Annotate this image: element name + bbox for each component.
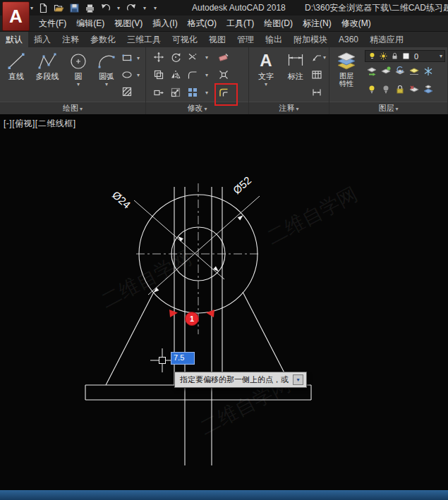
erase-tool-button[interactable] bbox=[217, 50, 231, 64]
layer-isolate-button[interactable] bbox=[407, 64, 421, 78]
polyline-tool-button[interactable]: 多段线 bbox=[31, 49, 63, 81]
quick-access-toolbar: ▾ ▾ ▾ bbox=[38, 0, 158, 16]
ellipse-tool-button[interactable] bbox=[120, 68, 134, 82]
stretch-tool-button[interactable] bbox=[152, 85, 166, 99]
tab-manage[interactable]: 管理 bbox=[231, 32, 260, 47]
menu-file[interactable]: 文件(F) bbox=[34, 16, 71, 31]
panel-label-draw[interactable]: 绘图▾ bbox=[0, 102, 145, 114]
panel-layers-title: 图层 bbox=[378, 104, 394, 112]
table-tool-button[interactable] bbox=[310, 68, 324, 82]
tab-insert[interactable]: 插入 bbox=[28, 32, 56, 47]
line-tool-button[interactable]: 直线 bbox=[3, 49, 30, 81]
text-tool-button[interactable]: A 文字 ▾ bbox=[252, 49, 280, 87]
array-flyout-caret-icon[interactable]: ▾ bbox=[202, 85, 211, 99]
title-bar: ▾ ▾ ▾ Autodesk AutoCAD 2018 D:\360安全浏览器下… bbox=[0, 0, 448, 16]
arc-tool-button[interactable]: 圆弧 ▾ bbox=[93, 49, 120, 87]
scale-tool-button[interactable] bbox=[169, 85, 183, 99]
watermark: 二维自学网 二维自学网 二维自学网 bbox=[97, 183, 361, 439]
rectangle-flyout-caret-icon[interactable]: ▾ bbox=[134, 51, 143, 65]
fillet-flyout-caret-icon[interactable]: ▾ bbox=[202, 68, 211, 82]
panel-label-layers[interactable]: 图层▾ bbox=[329, 102, 447, 114]
layer-bulb-icon[interactable] bbox=[368, 51, 377, 61]
svg-text:二维自学网: 二维自学网 bbox=[263, 183, 361, 248]
menu-format[interactable]: 格式(O) bbox=[183, 16, 222, 31]
drawing-canvas[interactable]: 二维自学网 二维自学网 二维自学网 bbox=[0, 114, 448, 490]
layer-previous-button[interactable] bbox=[393, 64, 407, 78]
centerlines bbox=[136, 183, 261, 334]
undo-icon[interactable] bbox=[100, 3, 111, 13]
layer-select-combo[interactable]: 0 ▾ bbox=[365, 50, 445, 62]
tab-a360[interactable]: A360 bbox=[333, 32, 364, 47]
tab-addins[interactable]: 附加模块 bbox=[288, 32, 333, 47]
mirror-tool-button[interactable] bbox=[169, 68, 183, 82]
explode-tool-button[interactable] bbox=[217, 68, 231, 82]
tab-featured-apps[interactable]: 精选应用 bbox=[364, 32, 409, 47]
redo-caret-icon[interactable]: ▾ bbox=[142, 5, 147, 11]
rotate-tool-button[interactable] bbox=[169, 50, 183, 64]
polyline-tool-label: 多段线 bbox=[31, 72, 63, 81]
layer-match-button[interactable] bbox=[365, 64, 379, 78]
menu-view[interactable]: 视图(V) bbox=[109, 16, 147, 31]
open-folder-icon[interactable] bbox=[54, 3, 64, 13]
plot-printer-icon[interactable] bbox=[85, 3, 95, 13]
dimension-style-tool-button[interactable] bbox=[310, 85, 324, 99]
tab-view[interactable]: 视图 bbox=[203, 32, 231, 47]
layer-unisolate-button[interactable] bbox=[407, 83, 421, 97]
menu-dimension[interactable]: 标注(N) bbox=[298, 16, 337, 31]
tab-home[interactable]: 默认 bbox=[0, 32, 28, 47]
layer-make-current-button[interactable] bbox=[379, 64, 393, 78]
menu-tools[interactable]: 工具(T) bbox=[222, 16, 259, 31]
application-menu-button[interactable]: A bbox=[2, 1, 30, 31]
menu-draw[interactable]: 绘图(D) bbox=[259, 16, 298, 31]
viewport-controls[interactable]: [-][俯视][二维线框] bbox=[4, 118, 76, 130]
qat-customize-caret-icon[interactable]: ▾ bbox=[152, 5, 158, 11]
panel-label-annotate[interactable]: 注释▾ bbox=[249, 102, 329, 114]
layer-on-button[interactable] bbox=[365, 83, 379, 97]
fillet-tool-button[interactable] bbox=[186, 68, 200, 82]
layer-lock-button[interactable] bbox=[393, 83, 407, 97]
menu-modify[interactable]: 修改(M) bbox=[337, 16, 376, 31]
undo-caret-icon[interactable]: ▾ bbox=[116, 5, 121, 11]
layer-sun-icon[interactable] bbox=[379, 51, 388, 61]
circle-tool-button[interactable]: 圆 ▾ bbox=[66, 49, 90, 87]
rectangle-tool-button[interactable] bbox=[120, 51, 134, 65]
array-tool-button[interactable] bbox=[186, 85, 200, 99]
application-menu-caret-icon[interactable]: ▾ bbox=[30, 5, 33, 11]
tab-3d-tools[interactable]: 三维工具 bbox=[121, 32, 167, 47]
layer-color-swatch-icon[interactable] bbox=[401, 51, 411, 61]
move-tool-button[interactable] bbox=[152, 50, 166, 64]
trim-tool-button[interactable] bbox=[186, 50, 200, 64]
redo-icon[interactable] bbox=[126, 3, 137, 13]
layer-lock-icon[interactable] bbox=[390, 51, 399, 61]
hatch-tool-button[interactable] bbox=[120, 85, 134, 99]
ellipse-flyout-caret-icon[interactable]: ▾ bbox=[134, 68, 143, 82]
layer-off-button[interactable] bbox=[379, 83, 393, 97]
tab-output[interactable]: 输出 bbox=[260, 32, 288, 47]
layer-properties-button[interactable]: 图层特性 bbox=[331, 49, 362, 87]
tab-annotate[interactable]: 注释 bbox=[56, 32, 85, 47]
circle-flyout-caret-icon[interactable]: ▾ bbox=[66, 81, 90, 87]
layer-combo-caret-icon[interactable]: ▾ bbox=[440, 53, 442, 59]
layer-walk-button[interactable] bbox=[421, 83, 435, 97]
text-icon: A bbox=[252, 49, 280, 72]
copy-tool-button[interactable] bbox=[152, 68, 166, 82]
current-layer-name: 0 bbox=[413, 52, 437, 61]
trim-flyout-caret-icon[interactable]: ▾ bbox=[202, 50, 211, 64]
text-flyout-caret-icon[interactable]: ▾ bbox=[252, 81, 280, 87]
line-tool-label: 直线 bbox=[3, 72, 30, 81]
dynamic-input-field[interactable]: 7.5 bbox=[171, 352, 195, 365]
leader-flyout-caret-icon[interactable]: ▾ bbox=[320, 50, 329, 64]
offset-tool-highlight-box bbox=[214, 83, 238, 106]
menu-edit[interactable]: 编辑(E) bbox=[71, 16, 109, 31]
panel-annotate: A 文字 ▾ 标注 ▾ 注释▾ bbox=[249, 47, 329, 114]
panel-layers-caret-icon: ▾ bbox=[395, 106, 398, 112]
arc-flyout-caret-icon[interactable]: ▾ bbox=[93, 81, 120, 87]
menu-insert[interactable]: 插入(I) bbox=[147, 16, 182, 31]
layer-freeze-button[interactable] bbox=[421, 64, 435, 78]
tab-visualize[interactable]: 可视化 bbox=[167, 32, 203, 47]
tab-parametric[interactable]: 参数化 bbox=[85, 32, 121, 47]
dimension-tool-button[interactable]: 标注 bbox=[283, 49, 308, 81]
new-file-icon[interactable] bbox=[38, 3, 49, 13]
save-icon[interactable] bbox=[69, 3, 80, 13]
dimension-icon bbox=[283, 49, 308, 72]
